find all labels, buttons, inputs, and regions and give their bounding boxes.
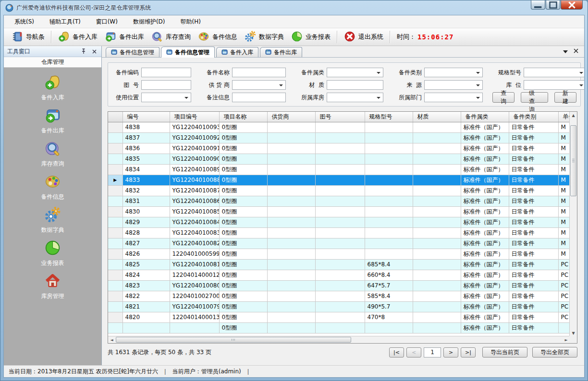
row-selector-cell[interactable]	[108, 259, 122, 270]
menu-item[interactable]: 帮助(H)	[175, 15, 207, 28]
column-header[interactable]: 备件类别	[509, 112, 558, 122]
row-selector-cell[interactable]	[108, 122, 122, 132]
row-selector-cell[interactable]	[108, 301, 122, 312]
horizontal-scrollbar[interactable]: ◄ ►	[108, 336, 570, 343]
field-dropdown[interactable]	[327, 68, 383, 77]
row-selector-cell[interactable]	[108, 322, 122, 333]
toolbar-button-exit[interactable]: 退出系统	[340, 29, 387, 46]
table-row[interactable]: 482412204014000120型圈660*8.4标准件（国产）日常备件PC	[108, 270, 570, 280]
pin-icon[interactable]	[80, 48, 87, 55]
table-row[interactable]: 4832YG122040100870型圈标准件（国产）日常备件M	[108, 185, 570, 196]
menu-item[interactable]: 数据维护(D)	[127, 15, 171, 28]
table-row[interactable]: 4835YG122040100900型圈标准件（国产）日常备件M	[108, 154, 570, 164]
table-row[interactable]: 4838YG122040100930型圈标准件（国产）日常备件M	[108, 122, 570, 132]
advanced-query-button[interactable]: 高级查询	[521, 92, 548, 103]
table-row[interactable]: 0型圈标准件（国产）日常备件	[108, 322, 570, 333]
row-selector-cell[interactable]	[108, 143, 122, 154]
column-header[interactable]: 项目名称	[219, 112, 267, 122]
minimize-button[interactable]	[531, 0, 545, 10]
toolbar-button-parts-info[interactable]: 备件信息	[194, 29, 241, 46]
field-input[interactable]	[141, 80, 191, 90]
field-dropdown[interactable]	[424, 80, 483, 90]
table-row[interactable]: 482012204014000130型圈470*8标准件（国产）日常备件PC	[108, 312, 570, 322]
table-row[interactable]: 4831YG122040100860型圈标准件（国产）日常备件M	[108, 196, 570, 206]
row-selector-cell[interactable]	[108, 132, 122, 143]
first-page-button[interactable]: |<	[389, 347, 404, 357]
table-row[interactable]: 4829YG122040100840型圈标准件（国产）日常备件M	[108, 217, 570, 227]
table-row[interactable]: 4828YG122040100830型圈标准件（国产）日常备件M	[108, 227, 570, 238]
tab-close-icon[interactable]	[574, 48, 578, 55]
row-selector-cell[interactable]	[108, 196, 122, 206]
row-selector-cell[interactable]	[108, 164, 122, 175]
table-row[interactable]: 482612204010005990型圈标准件（国产）日常备件M	[108, 249, 570, 259]
field-input[interactable]	[232, 93, 286, 102]
column-header[interactable]: 供货商	[267, 112, 315, 122]
field-input[interactable]	[327, 80, 383, 90]
toolbar-button-stock-out[interactable]: 备件出库	[101, 29, 147, 46]
tab-3[interactable]: 备件出库	[260, 47, 302, 57]
table-row[interactable]: 4830YG122040100850型圈标准件（国产）日常备件M	[108, 206, 570, 217]
table-row[interactable]: 4823YG122040100800型圈647*5.7标准件（国产）日常备件PC	[108, 280, 570, 291]
last-page-button[interactable]: >|	[461, 347, 476, 357]
vertical-scrollbar[interactable]: ▲ ▼	[569, 112, 577, 336]
column-header[interactable]: 备件属类	[461, 112, 509, 122]
row-selector-cell[interactable]	[108, 238, 122, 249]
tab-list-dropdown-icon[interactable]	[563, 48, 568, 55]
close-button[interactable]	[561, 0, 583, 10]
menu-item[interactable]: 窗口(W)	[90, 15, 123, 28]
tab-0[interactable]: 备件信息管理	[106, 47, 159, 57]
table-row[interactable]: 4836YG122040100910型圈标准件（国产）日常备件M	[108, 143, 570, 154]
column-header[interactable]: 编号	[122, 112, 170, 122]
field-dropdown[interactable]	[524, 80, 584, 90]
scroll-left-icon[interactable]: ◄	[108, 336, 115, 343]
tab-1[interactable]: 备件信息管理	[161, 47, 215, 58]
sidebar-item-stock-in[interactable]: 备件入库	[24, 73, 82, 107]
row-selector-cell[interactable]: ▶	[108, 175, 122, 185]
toolbar-button-inventory-search[interactable]: 库存查询	[147, 29, 194, 46]
table-row[interactable]: 4825YG122040100810型圈685*8.4标准件（国产）日常备件PC	[108, 259, 570, 270]
toolbar-button-stock-in[interactable]: 备件入库	[54, 29, 101, 46]
table-row[interactable]: 482212204010027000型圈585*8.4标准件（国产）日常备件PC	[108, 291, 570, 301]
row-selector-cell[interactable]	[108, 227, 122, 238]
field-input[interactable]	[232, 68, 286, 77]
next-page-button[interactable]: >	[443, 347, 458, 357]
scroll-down-icon[interactable]: ▼	[570, 330, 577, 336]
row-selector-cell[interactable]	[108, 280, 122, 291]
field-dropdown[interactable]	[424, 68, 483, 77]
menu-item[interactable]: 辅助工具(T)	[44, 15, 86, 28]
row-selector-cell[interactable]	[108, 291, 122, 301]
row-selector-cell[interactable]	[108, 185, 122, 196]
row-selector-cell[interactable]	[108, 206, 122, 217]
scroll-right-icon[interactable]: ►	[563, 336, 570, 343]
toolbar-button-data-dict[interactable]: 数据字典	[241, 29, 287, 46]
column-header[interactable]: 项目编号	[170, 112, 219, 122]
query-button[interactable]: 查询	[492, 92, 514, 103]
sidebar-item-parts-info[interactable]: 备件信息	[24, 173, 82, 206]
page-number-input[interactable]: 1	[424, 347, 441, 357]
field-dropdown[interactable]	[524, 68, 584, 77]
row-selector-cell[interactable]	[108, 249, 122, 259]
table-row[interactable]: 4834YG122040100890型圈标准件（国产）日常备件M	[108, 164, 570, 175]
row-selector-cell[interactable]	[108, 270, 122, 280]
scroll-up-icon[interactable]: ▲	[570, 112, 577, 119]
sidebar-item-warehouse[interactable]: 库房管理	[24, 272, 82, 305]
table-row[interactable]: 4821YG122040100790型圈490*5.7标准件（国产）日常备件PC	[108, 301, 570, 312]
column-header[interactable]: 单位	[558, 112, 570, 122]
field-dropdown[interactable]	[424, 93, 483, 102]
row-selector-cell[interactable]	[108, 154, 122, 164]
field-dropdown[interactable]	[141, 93, 191, 102]
field-dropdown[interactable]	[327, 93, 383, 102]
table-row[interactable]: 4837YG122040100920型圈标准件（国产）日常备件M	[108, 132, 570, 143]
table-row[interactable]: 4827YG122040100820型圈标准件（国产）日常备件M	[108, 238, 570, 249]
sidebar-item-data-dict[interactable]: 数据字典	[24, 206, 82, 239]
column-header[interactable]: 材质	[413, 112, 461, 122]
row-selector-cell[interactable]	[108, 312, 122, 322]
export-current-page-button[interactable]: 导出当前页	[482, 347, 527, 357]
new-button[interactable]: 新建	[554, 92, 576, 103]
maximize-button[interactable]	[546, 0, 560, 10]
column-header[interactable]: 图号	[315, 112, 365, 122]
sidebar-item-stock-out[interactable]: 备件出库	[24, 107, 82, 140]
column-header[interactable]: 规格型号	[365, 112, 413, 122]
vertical-scroll-thumb[interactable]	[570, 125, 576, 196]
toolbar-button-business-report[interactable]: 业务报表	[287, 29, 334, 46]
